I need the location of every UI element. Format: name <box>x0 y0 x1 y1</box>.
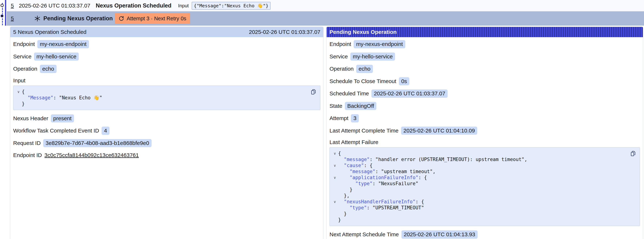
code-line: ∨ "nexusHandlerFailureInfo": { <box>332 199 625 205</box>
row-label: Schedule To Close Timeout <box>330 78 396 84</box>
code-line: ∨{ <box>15 89 306 95</box>
collapse-chevron-icon[interactable]: ∨ <box>332 199 338 205</box>
detail-row: Schedule To Close Timeout 0s <box>330 77 640 86</box>
detail-row: Operation echo <box>13 65 320 73</box>
endpoint-id-link[interactable]: 3c0c75ccfa8144b092c13ce632463761 <box>44 152 139 158</box>
row-value-badge: BackingOff <box>345 102 376 110</box>
collapse-chevron-icon[interactable]: ∨ <box>332 174 338 180</box>
event-detail-header-title: 5 Nexus Operation Scheduled <box>13 29 86 35</box>
pending-id-link[interactable]: 5 <box>11 15 14 22</box>
event-input-label: Input <box>178 3 189 8</box>
row-label: Request ID <box>13 140 41 146</box>
row-label: Next Attempt Schedule Time <box>330 231 399 238</box>
detail-row: Request ID 3e829b7e-7d67-4b08-aad3-b1e86… <box>13 139 320 147</box>
row-value-badge: my-nexus-endpoint <box>354 40 405 48</box>
code-line: ∨ "applicationFailureInfo": { <box>332 174 625 180</box>
event-input-value-badge: {"Message":"Nexus Echo 👋"} <box>192 2 270 10</box>
detail-row: Endpoint my-nexus-endpoint <box>13 40 320 48</box>
row-label: Service <box>330 54 348 60</box>
detail-row: Endpoint my-nexus-endpoint <box>330 40 640 48</box>
row-value-badge: 2025-02-26 UTC 01:04:10.09 <box>401 127 477 135</box>
detail-row: Next Attempt Schedule Time 2025-02-26 UT… <box>330 230 640 239</box>
event-detail-panel: 5 Nexus Operation Scheduled 2025-02-26 U… <box>10 27 324 239</box>
code-line: } <box>332 217 625 223</box>
detail-row: Last Attempt Complete Time 2025-02-26 UT… <box>330 127 640 135</box>
detail-row: Operation echo <box>330 65 640 73</box>
retry-icon <box>118 16 124 21</box>
row-label: State <box>330 103 342 109</box>
timeline-current-event-marker-icon[interactable] <box>0 14 4 18</box>
row-value-badge: 3e829b7e-7d67-4b08-aad3-b1e868bfe9e0 <box>43 139 152 147</box>
row-label: Nexus Header <box>13 115 48 122</box>
pending-operation-panel: Pending Nexus Operation Endpoint my-nexu… <box>326 27 643 239</box>
row-label: Endpoint <box>330 41 351 47</box>
row-value-badge: 3 <box>351 114 359 122</box>
pending-operation-row[interactable]: 5 Pending Nexus Operation Attempt 3 · Ne… <box>7 11 644 26</box>
failure-code-block: ∨{ "message": "handler error (UPSTREAM_T… <box>330 147 640 226</box>
row-value-badge: 2025-02-26 UTC 01:04:13.93 <box>402 230 478 239</box>
row-value-badge: my-hello-service <box>34 52 79 61</box>
row-label: Attempt <box>330 115 348 121</box>
code-line: ∨{ <box>332 150 625 156</box>
row-label: Scheduled Time <box>330 90 369 96</box>
code-line: "message": "handler error (UPSTREAM_TIME… <box>332 156 625 162</box>
timeline-active-bar <box>5 0 6 26</box>
event-timestamp: 2025-02-26 UTC 01:03:37.07 <box>19 2 96 9</box>
event-detail-header-timestamp: 2025-02-26 UTC 01:03:37.07 <box>249 29 320 35</box>
collapse-chevron-icon[interactable]: ∨ <box>332 162 338 168</box>
detail-row: Attempt 3 <box>330 114 640 122</box>
copy-icon[interactable] <box>630 150 636 158</box>
detail-row: Scheduled Time 2025-02-26 UTC 01:03:37.0… <box>330 90 640 98</box>
collapse-chevron-icon[interactable]: ∨ <box>15 89 22 95</box>
failure-section-label: Last Attempt Failure <box>330 139 640 146</box>
code-line: }, <box>332 193 625 199</box>
row-label: Operation <box>330 66 354 72</box>
detail-row: Service my-hello-service <box>13 52 320 61</box>
event-detail-header: 5 Nexus Operation Scheduled 2025-02-26 U… <box>10 27 323 37</box>
code-line: "type": "NexusFailure" <box>332 180 625 187</box>
code-line: ∨ "cause": { <box>332 162 625 168</box>
retry-badge-text: Attempt 3 · Next Retry 0s <box>127 16 186 22</box>
code-line: "type": "UPSTREAM_TIMEOUT" <box>332 205 625 211</box>
row-value-badge: my-nexus-endpoint <box>37 40 89 48</box>
row-value-badge: present <box>51 114 74 122</box>
copy-icon[interactable] <box>310 88 317 96</box>
row-label: Operation <box>13 66 37 72</box>
event-summary-row[interactable]: 5 2025-02-26 UTC 01:03:37.07 Nexus Opera… <box>7 0 644 11</box>
code-line: } <box>15 101 306 107</box>
row-label: Endpoint <box>13 41 35 47</box>
code-line: "message": "upstream timeout", <box>332 168 625 174</box>
code-line: "Message": "Nexus Echo 👋" <box>15 95 306 101</box>
row-label: Endpoint ID <box>13 152 42 158</box>
row-value-badge: my-hello-service <box>350 52 395 61</box>
asterisk-icon <box>34 15 41 22</box>
retry-status-badge: Attempt 3 · Next Retry 0s <box>115 13 190 24</box>
event-id-link[interactable]: 5 <box>11 2 14 8</box>
pending-panel-header-title: Pending Nexus Operation <box>330 29 397 35</box>
code-line: } <box>332 211 625 217</box>
detail-row: Workflow Task Completed Event ID 4 <box>13 127 320 135</box>
row-label: Service <box>13 54 32 60</box>
row-value-badge: 0s <box>399 77 410 86</box>
endpoint-id-row: Endpoint ID 3c0c75ccfa8144b092c13ce63246… <box>13 151 320 159</box>
pending-panel-header: Pending Nexus Operation <box>326 27 643 37</box>
collapse-chevron-icon[interactable]: ∨ <box>332 150 338 156</box>
row-value-badge: echo <box>356 65 373 73</box>
row-value-badge: 2025-02-26 UTC 01:03:37.07 <box>372 90 448 98</box>
input-section-label: Input <box>13 77 320 84</box>
detail-row: State BackingOff <box>330 102 640 110</box>
row-label: Workflow Task Completed Event ID <box>13 128 99 134</box>
code-line: } <box>332 187 625 193</box>
timeline-event-marker-icon[interactable] <box>0 4 4 7</box>
input-code-block: ∨{ "Message": "Nexus Echo 👋" } <box>13 86 320 110</box>
row-label: Last Attempt Complete Time <box>330 128 398 134</box>
event-title: Nexus Operation Scheduled <box>96 2 178 9</box>
row-value-badge: echo <box>40 65 56 73</box>
pending-title: Pending Nexus Operation <box>44 15 115 22</box>
detail-row: Service my-hello-service <box>330 52 640 61</box>
row-value-badge: 4 <box>102 127 110 135</box>
detail-row: Nexus Header present <box>13 114 320 122</box>
